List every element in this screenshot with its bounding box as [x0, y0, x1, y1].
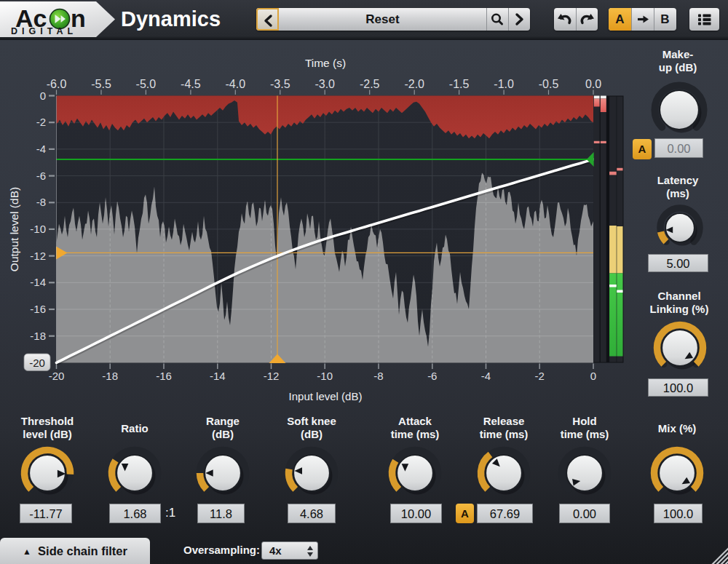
svg-text:-2.0: -2.0 — [404, 78, 424, 90]
svg-text:-18: -18 — [102, 370, 118, 382]
svg-text:-4: -4 — [36, 143, 46, 155]
svg-text:-6.0: -6.0 — [47, 78, 67, 90]
svg-text:-14: -14 — [210, 370, 226, 382]
svg-text:-8: -8 — [36, 196, 46, 208]
svg-text:-20: -20 — [49, 370, 65, 382]
svg-text:-10: -10 — [317, 370, 333, 382]
svg-text:0: 0 — [590, 370, 596, 382]
svg-text:-18: -18 — [30, 330, 46, 342]
svg-text:-0.5: -0.5 — [539, 78, 559, 90]
svg-text:Output level (dB): Output level (dB) — [8, 187, 20, 271]
svg-text:0: 0 — [40, 90, 46, 102]
svg-text:-6: -6 — [427, 370, 437, 382]
svg-text:-1.5: -1.5 — [449, 78, 470, 90]
svg-text:DIGITAL: DIGITAL — [11, 26, 77, 36]
svg-text:-12: -12 — [30, 250, 46, 262]
svg-text:-14: -14 — [30, 276, 46, 288]
svg-text:Time (s): Time (s) — [305, 57, 346, 69]
svg-text:-2: -2 — [36, 116, 46, 128]
svg-text:-16: -16 — [156, 370, 172, 382]
svg-text:-3.0: -3.0 — [314, 78, 335, 90]
svg-text:-20: -20 — [29, 357, 45, 369]
svg-text:Input level (dB): Input level (dB) — [289, 390, 363, 402]
svg-text:-16: -16 — [30, 303, 46, 315]
svg-text:-12: -12 — [264, 370, 280, 382]
svg-text:-4: -4 — [481, 370, 491, 382]
svg-text:-1.0: -1.0 — [494, 78, 514, 90]
svg-text:-4.0: -4.0 — [226, 78, 246, 90]
svg-text:0.0: 0.0 — [585, 78, 601, 90]
svg-text:-5.0: -5.0 — [136, 78, 157, 90]
svg-text:Dynamics: Dynamics — [121, 7, 221, 31]
svg-text:-2.5: -2.5 — [360, 78, 380, 90]
svg-text:-8: -8 — [373, 370, 383, 382]
svg-text:-4.5: -4.5 — [181, 78, 201, 90]
svg-text:-10: -10 — [30, 223, 46, 235]
svg-text:-2: -2 — [535, 370, 545, 382]
svg-text:-6: -6 — [36, 170, 46, 182]
svg-text:-3.5: -3.5 — [270, 78, 290, 90]
svg-text:-5.5: -5.5 — [91, 78, 111, 90]
